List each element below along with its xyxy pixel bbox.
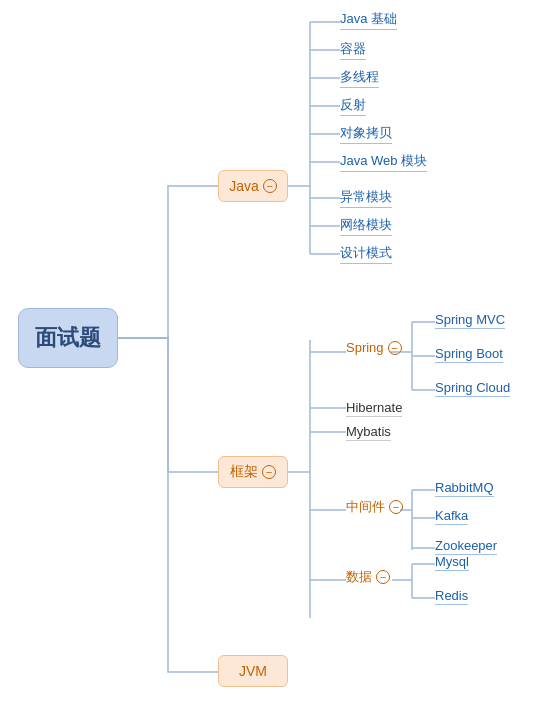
l1-framework-label: 框架: [230, 463, 258, 481]
data-collapse[interactable]: −: [376, 570, 390, 584]
l1-framework: 框架 −: [218, 456, 288, 488]
l2-data: 数据 −: [346, 568, 390, 586]
middleware-label: 中间件: [346, 498, 385, 516]
middleware-leaf-kafka: Kafka: [435, 508, 468, 525]
framework-leaf-hibernate: Hibernate: [346, 400, 402, 417]
spring-collapse[interactable]: −: [388, 341, 402, 355]
java-leaf-4: 对象拷贝: [340, 124, 392, 144]
java-leaf-5: Java Web 模块: [340, 152, 427, 172]
l2-spring: Spring −: [346, 340, 402, 355]
spring-label: Spring: [346, 340, 384, 355]
java-leaf-1: 容器: [340, 40, 366, 60]
framework-leaf-mybatis: Mybatis: [346, 424, 391, 441]
java-leaf-8: 设计模式: [340, 244, 392, 264]
java-leaf-7: 网络模块: [340, 216, 392, 236]
spring-leaf-boot: Spring Boot: [435, 346, 503, 363]
l1-jvm: JVM: [218, 655, 288, 687]
middleware-leaf-rabbitmq: RabbitMQ: [435, 480, 494, 497]
mind-map: 面试题 Java − Java 基础 容器 多线程 反射 对象拷贝 Java W…: [0, 0, 540, 712]
spring-leaf-cloud: Spring Cloud: [435, 380, 510, 397]
spring-leaf-mvc: Spring MVC: [435, 312, 505, 329]
root-label: 面试题: [35, 323, 101, 353]
l1-java-label: Java: [229, 178, 259, 194]
java-leaf-2: 多线程: [340, 68, 379, 88]
data-leaf-mysql: Mysql: [435, 554, 469, 571]
java-leaf-3: 反射: [340, 96, 366, 116]
data-leaf-redis: Redis: [435, 588, 468, 605]
l2-middleware: 中间件 −: [346, 498, 403, 516]
l1-jvm-label: JVM: [239, 663, 267, 679]
l1-java: Java −: [218, 170, 288, 202]
java-leaf-0: Java 基础: [340, 10, 397, 30]
middleware-leaf-zookeeper: Zookeeper: [435, 538, 497, 555]
java-leaf-6: 异常模块: [340, 188, 392, 208]
java-collapse[interactable]: −: [263, 179, 277, 193]
middleware-collapse[interactable]: −: [389, 500, 403, 514]
root-node: 面试题: [18, 308, 118, 368]
data-label: 数据: [346, 568, 372, 586]
framework-collapse[interactable]: −: [262, 465, 276, 479]
